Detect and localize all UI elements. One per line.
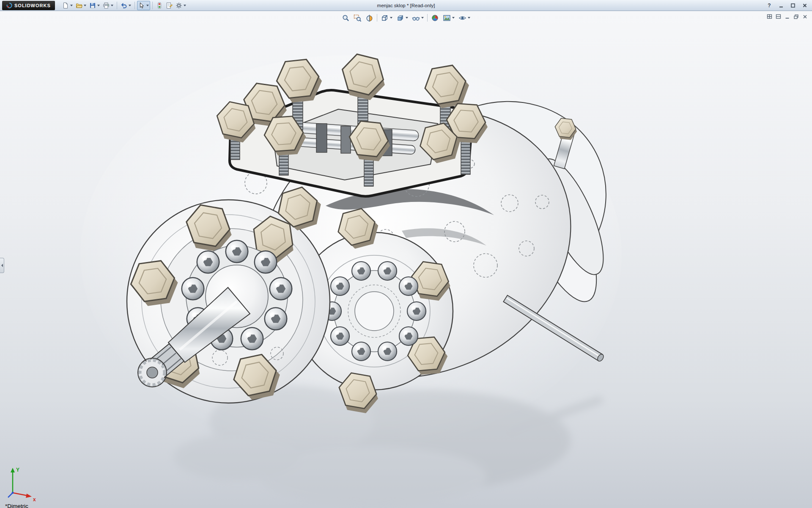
socket-screw[interactable]: [378, 262, 397, 280]
edit-appearance-icon: [431, 14, 439, 22]
doc-close-icon: [802, 14, 808, 19]
select-button[interactable]: [137, 1, 150, 10]
options-gear-icon: [176, 2, 182, 9]
dropdown-caret-icon[interactable]: [421, 17, 424, 19]
dropdown-caret-icon[interactable]: [111, 5, 113, 6]
new-document-button[interactable]: [61, 1, 74, 10]
save-icon: [89, 2, 96, 9]
window-controls: ?: [764, 0, 810, 11]
toolbar-separator: [427, 14, 428, 22]
dropdown-caret-icon[interactable]: [390, 17, 392, 19]
dropdown-caret-icon[interactable]: [97, 5, 100, 6]
taskpane-collapse-tab[interactable]: [0, 258, 4, 273]
socket-screw[interactable]: [270, 278, 292, 300]
hide-show-items-button[interactable]: [410, 13, 425, 23]
rebuild-traffic-light-icon: [156, 2, 163, 9]
view-orientation-button[interactable]: [379, 13, 394, 23]
socket-screw[interactable]: [255, 251, 277, 273]
socket-screw[interactable]: [241, 328, 263, 350]
apply-scene-button[interactable]: [441, 13, 456, 23]
rebuild-button[interactable]: [155, 1, 164, 10]
new-document-icon: [62, 2, 69, 9]
display-style-icon: [396, 14, 404, 22]
socket-screw[interactable]: [226, 240, 248, 263]
zoom-to-fit-button[interactable]: [340, 13, 351, 23]
hide-show-items-icon: [412, 14, 420, 22]
viewport-layout-button[interactable]: [765, 13, 773, 20]
model-gearbox-assembly[interactable]: [0, 11, 812, 508]
save-button[interactable]: [88, 1, 101, 10]
solidworks-window: SOLIDWORKS: [0, 0, 812, 508]
minimize-icon: [779, 3, 784, 8]
document-window-controls: [765, 13, 809, 20]
print-button[interactable]: [102, 1, 115, 10]
titlebar: SOLIDWORKS: [0, 0, 812, 11]
y-axis-arrow: [11, 468, 15, 472]
dropdown-caret-icon[interactable]: [146, 5, 149, 6]
viewport-layout-icon: [767, 14, 772, 19]
open-folder-icon: [76, 2, 82, 9]
undo-icon: [121, 2, 127, 9]
socket-screw[interactable]: [265, 308, 287, 330]
dropdown-caret-icon[interactable]: [468, 17, 470, 19]
dropdown-caret-icon[interactable]: [84, 5, 86, 6]
viewport-split-button[interactable]: [774, 13, 782, 20]
doc-minimize-button[interactable]: [783, 13, 791, 20]
x-axis: [13, 493, 28, 496]
file-properties-button[interactable]: [165, 1, 174, 10]
select-cursor-icon: [138, 2, 145, 9]
print-icon: [103, 2, 110, 9]
socket-screw[interactable]: [331, 327, 349, 345]
dropdown-caret-icon[interactable]: [184, 5, 186, 6]
toolbar-separator: [152, 2, 153, 9]
socket-screw[interactable]: [352, 262, 370, 280]
zoom-to-fit-icon: [342, 14, 350, 22]
socket-screw[interactable]: [399, 277, 418, 295]
toolbar-separator: [134, 2, 135, 9]
dropdown-caret-icon[interactable]: [406, 17, 408, 19]
doc-restore-button[interactable]: [792, 13, 800, 20]
close-button[interactable]: [799, 1, 810, 10]
view-settings-button[interactable]: [457, 13, 472, 23]
dropdown-caret-icon[interactable]: [129, 5, 131, 6]
graphics-area[interactable]: Y x *Dimetric: [0, 11, 812, 508]
open-button[interactable]: [74, 1, 88, 10]
dropdown-caret-icon[interactable]: [70, 5, 73, 6]
help-button[interactable]: ?: [764, 1, 775, 10]
toolbar-separator: [377, 14, 377, 22]
y-axis-label: Y: [16, 467, 19, 473]
maximize-icon: [790, 3, 796, 8]
orientation-triad[interactable]: Y x: [5, 465, 44, 502]
doc-minimize-icon: [785, 14, 790, 19]
close-icon: [802, 3, 807, 8]
options-button[interactable]: [174, 1, 187, 10]
apply-scene-icon: [443, 14, 451, 22]
main-toolbar: [61, 1, 187, 10]
dropdown-caret-icon[interactable]: [452, 17, 455, 19]
brand-text: SOLIDWORKS: [14, 3, 51, 8]
doc-close-button[interactable]: [801, 13, 809, 20]
display-style-button[interactable]: [395, 13, 410, 23]
section-view-icon: [365, 14, 373, 22]
socket-screw[interactable]: [407, 302, 426, 320]
triad-origin: [12, 492, 14, 494]
socket-screw[interactable]: [352, 342, 370, 361]
window-title: menjac sklop * [Read-only]: [377, 3, 435, 8]
maximize-button[interactable]: [787, 1, 798, 10]
viewport-split-icon: [776, 14, 781, 19]
zoom-to-area-icon: [354, 14, 362, 22]
dassault-logo-icon: [6, 3, 12, 8]
heads-up-toolbar: [340, 13, 472, 23]
view-orientation-label: *Dimetric: [5, 503, 28, 508]
undo-button[interactable]: [119, 1, 132, 10]
socket-screw[interactable]: [197, 251, 219, 273]
edit-appearance-button[interactable]: [429, 13, 441, 23]
x-axis-label: x: [33, 497, 36, 502]
socket-screw[interactable]: [331, 277, 349, 295]
zoom-to-area-button[interactable]: [352, 13, 363, 23]
socket-screw[interactable]: [378, 342, 397, 361]
section-view-button[interactable]: [364, 13, 375, 23]
socket-screw[interactable]: [182, 278, 204, 300]
socket-screw[interactable]: [399, 327, 418, 345]
minimize-button[interactable]: [776, 1, 787, 10]
